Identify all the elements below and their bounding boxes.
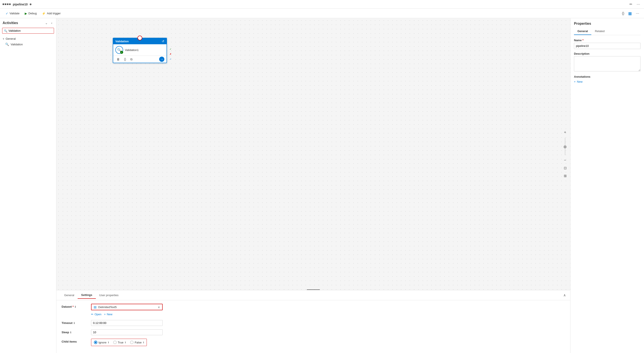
- properties-tabs: General Related: [574, 28, 640, 35]
- true-info-icon[interactable]: ℹ: [125, 341, 126, 344]
- validation-item-label: Validation: [10, 43, 23, 46]
- canvas-divider: [56, 289, 570, 290]
- prop-tab-general[interactable]: General: [574, 28, 591, 35]
- radio-ignore[interactable]: Ignore ℹ: [94, 341, 109, 344]
- sidebar-search: 🔍: [2, 28, 54, 34]
- dataset-value: DelimitedText5: [98, 305, 117, 309]
- canvas-grid: Validation ↺ 🔍 ✓ Validation1 🗑 {} ⧉: [56, 18, 570, 290]
- dataset-select[interactable]: ▤ DelimitedText5 ∨: [91, 304, 163, 310]
- general-section-header[interactable]: ∨ General: [0, 36, 56, 41]
- validation-icon: 🔍: [5, 43, 9, 46]
- zoom-in-btn[interactable]: +: [562, 129, 568, 136]
- radio-false[interactable]: False ℹ: [130, 341, 144, 344]
- go-activity-btn[interactable]: →: [159, 57, 164, 62]
- zoom-slider-thumb: [564, 145, 566, 148]
- false-info-icon[interactable]: ℹ: [143, 341, 144, 344]
- activity-title: Validation: [115, 40, 128, 43]
- toolbar-left: ✓ Validate ▶ Debug ⚡ Add trigger: [4, 11, 63, 16]
- title-bar-left: pipeline10: [2, 3, 32, 6]
- unsaved-indicator: [30, 4, 32, 5]
- dataset-chevron-icon: ∨: [158, 305, 160, 309]
- tab-settings[interactable]: Settings: [78, 292, 96, 299]
- more-options-button[interactable]: ⋯: [634, 11, 640, 16]
- name-input[interactable]: [574, 43, 640, 49]
- monitor-button[interactable]: ▦: [627, 10, 633, 17]
- title-bar-right: ✏ ⋯: [628, 1, 642, 7]
- open-dataset-btn[interactable]: ✏ Open: [91, 312, 102, 316]
- radio-true[interactable]: True ℹ: [113, 341, 126, 344]
- zoom-controls: + − ⊡ ⊞: [560, 18, 570, 290]
- description-textarea[interactable]: [574, 56, 640, 71]
- general-section-label: General: [6, 37, 16, 40]
- center-area: Validation ↺ 🔍 ✓ Validation1 🗑 {} ⧉: [56, 18, 570, 353]
- search-input[interactable]: [2, 28, 54, 34]
- more-button[interactable]: ⋯: [635, 1, 642, 7]
- radio-true-dot: [113, 341, 117, 344]
- bottom-panel-header: General Settings User properties ∧: [56, 290, 570, 300]
- activity-node-body: 🔍 ✓ Validation1: [113, 44, 166, 56]
- prop-tab-related[interactable]: Related: [591, 28, 608, 35]
- toolbar: ✓ Validate ▶ Debug ⚡ Add trigger {} ▦ ⋯: [0, 9, 644, 18]
- settings-content: Dataset * ℹ ▤ DelimitedText5 ∨: [56, 300, 570, 353]
- code-activity-btn[interactable]: {}: [123, 57, 127, 62]
- tab-general[interactable]: General: [61, 292, 78, 299]
- error-indicator: ✗: [168, 52, 172, 56]
- timeout-info-icon[interactable]: ℹ: [74, 322, 74, 324]
- name-field: Name *: [574, 39, 640, 49]
- node-side-buttons: ✓ ✗ ✓: [168, 47, 172, 61]
- plus-icon: +: [104, 313, 106, 316]
- collapse-left-button[interactable]: ‹: [50, 21, 54, 26]
- add-trigger-button[interactable]: ⚡ Add trigger: [40, 11, 63, 16]
- child-items-control: Ignore ℹ True ℹ False ℹ: [91, 339, 565, 346]
- code-button[interactable]: {}: [620, 11, 626, 16]
- validate-button[interactable]: ✓ Validate: [4, 11, 22, 16]
- check-badge: ✓: [120, 51, 123, 54]
- sleep-info-icon[interactable]: ℹ: [70, 331, 71, 334]
- ignore-info-icon[interactable]: ℹ: [108, 341, 109, 344]
- radio-ignore-label: Ignore: [98, 341, 106, 344]
- activity-node-footer: 🗑 {} ⧉ →: [113, 56, 166, 63]
- sidebar-item-validation[interactable]: 🔍 Validation ⠿: [0, 41, 56, 47]
- debug-button[interactable]: ▶ Debug: [22, 11, 39, 16]
- zoom-expand-btn[interactable]: ⊞: [562, 172, 568, 179]
- sidebar-item-left: 🔍 Validation: [5, 43, 23, 46]
- app-icon: [2, 4, 10, 5]
- pipeline-name: pipeline10: [13, 3, 28, 6]
- sidebar: Activities ⌄ ‹ 🔍 ∨ General 🔍 Validation …: [0, 18, 56, 353]
- collapse-panel-btn[interactable]: ∧: [563, 293, 566, 297]
- add-annotation-btn[interactable]: + New: [574, 80, 583, 83]
- sleep-input[interactable]: [91, 329, 163, 335]
- description-label: Description: [574, 52, 640, 55]
- edit-icon: ✏: [91, 313, 94, 316]
- dataset-select-left: ▤ DelimitedText5: [94, 305, 117, 309]
- success-indicator: ✓: [168, 47, 172, 51]
- dataset-info-icon[interactable]: ℹ: [75, 305, 76, 308]
- chevron-down-icon: ∨: [2, 37, 4, 40]
- bottom-panel-tabs: General Settings User properties: [61, 292, 122, 299]
- timeout-row: Timeout ℹ: [62, 320, 565, 326]
- debug-label: Debug: [28, 12, 37, 15]
- copy-activity-btn[interactable]: ⧉: [129, 57, 134, 62]
- zoom-slider-track: [565, 138, 565, 155]
- zoom-out-btn[interactable]: −: [562, 157, 568, 164]
- activity-node[interactable]: Validation ↺ 🔍 ✓ Validation1 🗑 {} ⧉: [113, 38, 167, 63]
- canvas-main[interactable]: Validation ↺ 🔍 ✓ Validation1 🗑 {} ⧉: [56, 18, 570, 290]
- timeout-input[interactable]: [91, 320, 163, 326]
- edit-button[interactable]: ✏: [628, 1, 634, 7]
- activities-title: Activities: [2, 21, 18, 25]
- radio-false-label: False: [135, 341, 142, 344]
- properties-panel: Properties General Related Name * Descri…: [570, 18, 644, 353]
- collapse-down-button[interactable]: ⌄: [44, 21, 49, 26]
- radio-true-label: True: [118, 341, 124, 344]
- activity-rotate-btn[interactable]: ↺: [162, 40, 164, 43]
- sidebar-header: Activities ⌄ ‹: [0, 18, 56, 28]
- properties-title: Properties: [574, 22, 640, 26]
- child-items-label: Child items: [62, 339, 88, 343]
- delete-activity-btn[interactable]: 🗑: [115, 57, 121, 62]
- tab-user-properties[interactable]: User properties: [96, 292, 122, 299]
- zoom-fit-btn[interactable]: ⊡: [562, 165, 568, 172]
- bottom-panel: General Settings User properties ∧ Datas…: [56, 290, 570, 353]
- new-dataset-btn[interactable]: + New: [104, 312, 112, 316]
- plus-annotation-icon: +: [574, 80, 576, 83]
- validate-label: Validate: [10, 12, 20, 15]
